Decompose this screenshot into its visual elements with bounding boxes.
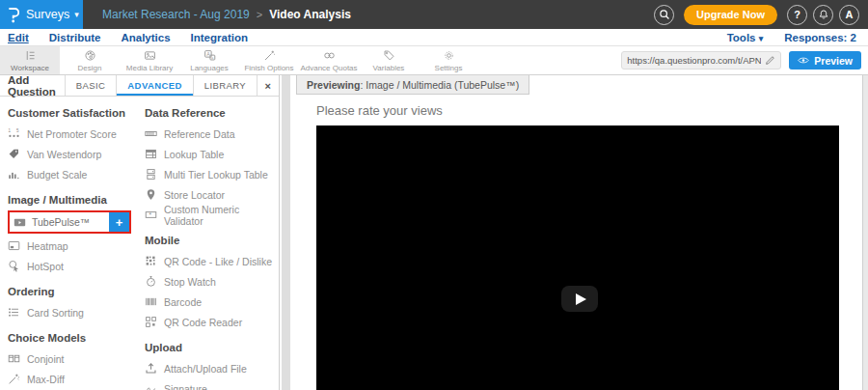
help-button[interactable]: ? [787,5,807,25]
translate-icon: A a [203,49,216,62]
search-button[interactable] [654,5,674,25]
palette-icon [84,49,96,62]
tag-icon [383,49,395,62]
questionpro-logo-icon [7,7,19,23]
survey-url-field[interactable]: https://qa.questionpro.com/t/APNrFZf3p [621,51,781,70]
svg-text:1: 1 [8,128,11,133]
section-heading: Mobile [145,235,279,246]
play-button[interactable] [561,286,598,312]
section-heading: Ordering [8,286,139,297]
multi-tier-icon [145,168,157,181]
question-type-qr-like-dislike[interactable]: QR Code - Like / Dislike [145,251,279,271]
section-heading: Customer Satisfaction [8,107,139,119]
question-type-hotspot[interactable]: HotSpot [8,256,139,276]
tool-languages[interactable]: A a Languages [179,46,239,74]
page-scrollbar[interactable] [862,75,868,390]
question-type-qr-code-reader[interactable]: QR Code Reader [145,312,279,332]
card-sorting-icon [8,306,20,319]
question-type-net-promoter-score[interactable]: 1 5 Net Promoter Score [8,124,139,144]
tab-integration[interactable]: Integration [191,32,248,43]
stopwatch-icon [145,275,157,288]
workspace-toolbar: Workspace Design Media Library A a Langu… [0,46,868,75]
tab-edit[interactable]: Edit [8,32,29,43]
pencil-icon [765,55,775,66]
tool-workspace[interactable]: Workspace [0,46,60,74]
notifications-button[interactable] [813,5,833,25]
previewing-tab: Previewing : Image / Multimedia (TubePul… [296,75,529,95]
tools-menu[interactable]: Tools ▾ [727,32,764,43]
upgrade-now-button[interactable]: Upgrade Now [684,5,777,25]
survey-url-text: https://qa.questionpro.com/t/APNrFZf3p [627,55,761,66]
signature-icon [145,382,157,390]
question-text: Please rate your views [316,103,443,118]
svg-text:A: A [206,50,210,56]
tab-basic[interactable]: BASIC [65,75,117,96]
tool-advance-quotas[interactable]: Advance Quotas [299,46,359,74]
chevron-down-icon: ▾ [759,34,764,43]
tab-library[interactable]: LIBRARY [193,75,257,96]
survey-nav-bar: Edit Distribute Analytics Integration To… [0,29,868,46]
conjoint-cards-icon [8,352,20,365]
heatmap-icon [8,239,20,252]
preview-button[interactable]: Preview [789,51,861,70]
section-heading: Image / Multimedia [8,194,139,206]
tool-media-library[interactable]: Media Library [120,46,179,74]
chain-links-icon [323,49,336,62]
breadcrumb-survey-name: Video Analysis [269,8,351,21]
responses-count[interactable]: Responses: 2 [784,32,856,43]
section-heading: Choice Models [8,332,139,344]
question-type-tubepulse[interactable]: TubePulse™ + [8,210,131,234]
magic-wand-icon [263,49,276,62]
add-question-title: Add Question [0,75,65,96]
question-type-heatmap[interactable]: Heatmap [8,236,139,256]
tool-variables[interactable]: Variables [359,46,419,74]
question-type-stop-watch[interactable]: Stop Watch [145,271,279,292]
video-player-icon [14,216,26,229]
question-type-lookup-table[interactable]: Lookup Table [145,144,279,164]
barcode-icon [145,295,157,308]
question-type-budget-scale[interactable]: Budget Scale [8,164,139,184]
breadcrumb: Market Research - Aug 2019 > Video Analy… [102,8,351,21]
tab-advanced[interactable]: ADVANCED [116,75,192,96]
question-type-multi-tier-lookup-table[interactable]: Multi Tier Lookup Table [145,164,279,184]
tab-distribute[interactable]: Distribute [49,32,101,43]
tab-analytics[interactable]: Analytics [121,32,170,43]
upload-file-icon [145,362,157,375]
nps-scale-icon: 1 5 [8,127,20,140]
product-menu-label: Surveys [26,8,69,21]
play-icon [576,293,586,305]
surveys-product-menu[interactable]: Surveys ▾ [0,0,83,29]
breadcrumb-survey-folder[interactable]: Market Research - Aug 2019 [102,8,250,21]
question-type-signature[interactable]: Signature [145,378,279,390]
question-type-van-westendorp[interactable]: Van Westendorp [8,144,139,164]
section-heading: Upload [145,342,279,353]
close-icon: × [265,80,272,92]
avatar-initial: A [846,9,854,20]
tool-settings[interactable]: Settings [419,46,478,74]
top-bar: Surveys ▾ Market Research - Aug 2019 > V… [0,0,868,29]
question-type-barcode[interactable]: Barcode [145,292,279,312]
question-type-card-sorting[interactable]: Card Sorting [8,302,139,322]
preview-area: Previewing : Image / Multimedia (TubePul… [290,75,862,390]
magic-wand-icon [8,373,20,385]
close-panel-button[interactable]: × [257,75,279,96]
question-type-reference-data[interactable]: Reference Data [145,124,279,144]
add-question-panel: Add Question BASIC ADVANCED LIBRARY × Cu… [0,75,280,390]
bell-icon [818,9,829,20]
question-type-store-locator[interactable]: Store Locator [145,184,279,205]
gear-icon [443,49,455,62]
hotspot-cursor-icon [8,260,20,272]
chevron-down-icon: ▾ [74,10,79,19]
add-tubepulse-button[interactable]: + [109,212,129,232]
video-player[interactable] [316,125,839,390]
question-type-custom-numeric-validator[interactable]: * Custom Numeric Validator [145,205,279,225]
question-type-conjoint[interactable]: Conjoint [8,348,139,369]
question-type-attach-upload-file[interactable]: Attach/Upload File [145,358,279,378]
reference-data-icon [145,127,157,140]
tool-finish-options[interactable]: Finish Options [239,46,299,74]
account-avatar[interactable]: A [839,5,859,25]
question-type-max-diff[interactable]: Max-Diff [8,369,139,389]
panel-scrollbar[interactable] [282,75,290,390]
edit-url-button[interactable] [765,52,775,70]
tool-design[interactable]: Design [60,46,120,74]
